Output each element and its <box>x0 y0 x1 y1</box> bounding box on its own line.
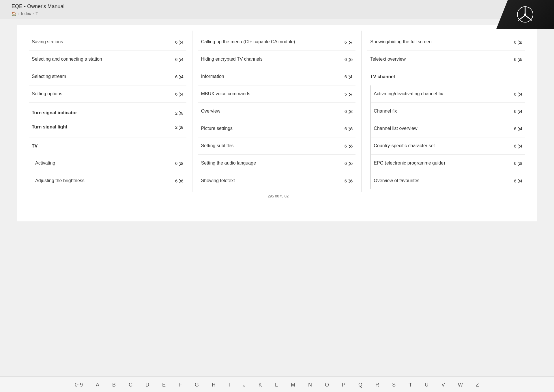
alpha-item-f[interactable]: F <box>172 381 188 389</box>
list-item: Selecting stream 64 <box>29 68 186 85</box>
entry-label: Channel list overview <box>374 126 514 132</box>
list-item: Channel fix 64 <box>371 103 525 120</box>
list-item: Setting options 64 <box>29 85 186 103</box>
alpha-item-09[interactable]: 0-9 <box>68 381 89 389</box>
entry-label: Information <box>201 74 345 80</box>
list-item: Showing/hiding the full screen 62 <box>367 33 525 51</box>
alpha-item-v[interactable]: V <box>435 381 452 389</box>
tv-channel-sub-section: Activating/deactivating channel fix 64 C… <box>370 85 525 189</box>
main-content: Saving stations 64 Selecting and connect… <box>17 25 537 221</box>
list-item: Country-specific character set 64 <box>371 137 525 155</box>
alpha-item-s[interactable]: S <box>386 381 402 389</box>
entry-page: 62 <box>175 161 184 166</box>
alpha-item-u[interactable]: U <box>418 381 435 389</box>
list-item: Saving stations 64 <box>29 33 186 51</box>
entry-page: 62 <box>345 109 353 114</box>
list-item: Activating 62 <box>32 155 186 172</box>
entry-label: Activating/deactivating channel fix <box>374 91 514 97</box>
alpha-item-n[interactable]: N <box>302 381 319 389</box>
entry-page: 66 <box>175 178 184 183</box>
entry-page: 63 <box>514 161 522 166</box>
header-left: EQE - Owner's Manual 🏠 › Index › T <box>12 3 65 16</box>
breadcrumb-index[interactable]: Index <box>21 11 31 16</box>
alpha-item-g[interactable]: G <box>188 381 205 389</box>
alpha-item-c[interactable]: C <box>122 381 139 389</box>
entry-label: Calling up the menu (CI+ capable CA modu… <box>201 39 345 45</box>
entry-page: 64 <box>175 40 184 44</box>
entry-label: Setting the audio language <box>201 160 345 166</box>
alpha-item-q[interactable]: Q <box>352 381 369 389</box>
entry-page: 65 <box>345 161 353 166</box>
entry-page: 29 <box>175 125 184 130</box>
list-item: Channel list overview 64 <box>371 120 525 137</box>
list-item: Teletext overview 65 <box>367 51 525 68</box>
entry-page: 61 <box>345 74 353 79</box>
column-3: Showing/hiding the full screen 62 Telete… <box>362 31 531 192</box>
list-item: Picture settings 66 <box>198 120 356 137</box>
index-grid: Saving stations 64 Selecting and connect… <box>23 31 531 192</box>
entry-label: Hiding encrypted TV channels <box>201 56 345 62</box>
section-heading: Turn signal light 29 <box>29 120 186 137</box>
entry-page: 67 <box>345 40 353 44</box>
alpha-item-m[interactable]: M <box>285 381 302 389</box>
entry-page: 66 <box>345 126 353 131</box>
entry-page: 64 <box>514 109 522 114</box>
entry-page: 64 <box>514 126 522 131</box>
alpha-item-k[interactable]: K <box>252 381 269 389</box>
alpha-item-h[interactable]: H <box>205 381 222 389</box>
list-item: MBUX voice commands 57 <box>198 85 356 103</box>
entry-label: Activating <box>35 160 175 166</box>
entry-label: Adjusting the brightness <box>35 178 175 184</box>
entry-label: Overview of favourites <box>374 178 514 184</box>
alpha-item-r[interactable]: R <box>369 381 386 389</box>
entry-label: Country-specific character set <box>374 143 514 149</box>
breadcrumb-sep-2: › <box>33 12 34 16</box>
list-item: Overview 62 <box>198 103 356 120</box>
list-item: Activating/deactivating channel fix 64 <box>371 85 525 103</box>
alpha-item-l[interactable]: L <box>269 381 285 389</box>
entry-label: Setting subtitles <box>201 143 345 149</box>
alpha-item-d[interactable]: D <box>139 381 156 389</box>
entry-label-bold: TV channel <box>370 74 522 80</box>
entry-label-bold: Turn signal light <box>32 124 175 130</box>
home-icon[interactable]: 🏠 <box>12 11 16 16</box>
alpha-item-i[interactable]: I <box>222 381 237 389</box>
entry-label-bold: Turn signal indicator <box>32 110 175 116</box>
list-item: Showing teletext 66 <box>198 172 356 189</box>
entry-page: 64 <box>175 57 184 62</box>
alpha-item-w[interactable]: W <box>452 381 469 389</box>
entry-page: 64 <box>514 92 522 96</box>
breadcrumb-sep-1: › <box>18 12 19 16</box>
alpha-item-z[interactable]: Z <box>469 381 486 389</box>
header: EQE - Owner's Manual 🏠 › Index › T <box>0 0 554 19</box>
alpha-item-e[interactable]: E <box>156 381 172 389</box>
entry-page: 65 <box>514 57 522 62</box>
column-1: Saving stations 64 Selecting and connect… <box>23 31 192 192</box>
alpha-item-a[interactable]: A <box>89 381 106 389</box>
entry-label: Saving stations <box>32 39 175 45</box>
mercedes-logo <box>516 6 534 23</box>
entry-page: 62 <box>514 40 522 44</box>
entry-label: Overview <box>201 108 345 114</box>
list-item: Adjusting the brightness 66 <box>32 172 186 189</box>
tv-sub-section: Activating 62 Adjusting the brightness 6… <box>32 155 186 189</box>
alpha-item-b[interactable]: B <box>106 381 122 389</box>
column-2: Calling up the menu (CI+ capable CA modu… <box>192 31 362 192</box>
svg-point-4 <box>524 13 526 15</box>
alpha-item-p[interactable]: P <box>336 381 352 389</box>
entry-label: Setting options <box>32 91 175 97</box>
list-item: Selecting and connecting a station 64 <box>29 51 186 68</box>
entry-page: 65 <box>345 57 353 62</box>
alpha-item-j[interactable]: J <box>237 381 252 389</box>
entry-page: 57 <box>345 92 353 96</box>
list-item: Setting subtitles 65 <box>198 137 356 155</box>
svg-line-3 <box>525 15 532 20</box>
alpha-item-o[interactable]: O <box>319 381 336 389</box>
entry-label: Showing/hiding the full screen <box>370 39 514 45</box>
list-item: Overview of favourites 64 <box>371 172 525 189</box>
list-item: Setting the audio language 65 <box>198 155 356 172</box>
alpha-item-t[interactable]: T <box>402 381 418 389</box>
section-heading: Turn signal indicator 29 <box>29 103 186 120</box>
list-item: Calling up the menu (CI+ capable CA modu… <box>198 33 356 51</box>
entry-page: 64 <box>175 92 184 96</box>
